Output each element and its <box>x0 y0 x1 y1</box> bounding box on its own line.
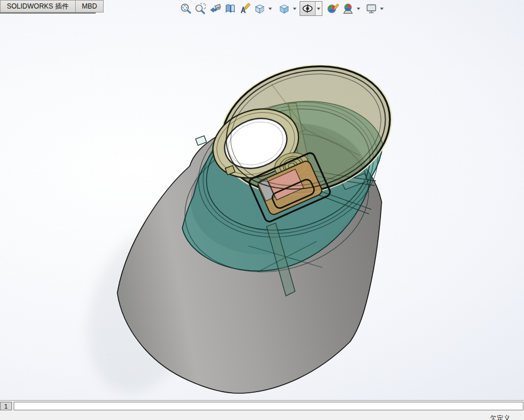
view-settings-group <box>364 1 385 16</box>
tabbar-underline <box>0 13 96 14</box>
hide-show-annotations-icon <box>239 2 251 15</box>
heads-up-view-toolbar <box>178 1 385 16</box>
status-under-defined: 欠定义 <box>490 414 510 420</box>
display-style-button[interactable] <box>277 1 292 16</box>
hide-show-items-dropdown[interactable] <box>315 2 322 15</box>
display-style-icon <box>278 2 290 15</box>
graphics-area[interactable] <box>0 0 524 400</box>
tab-mbd[interactable]: MBD <box>75 0 104 13</box>
apply-scene-dropdown[interactable] <box>355 1 362 16</box>
display-style-group <box>277 1 298 16</box>
previous-view-group <box>208 1 223 16</box>
edit-appearance-icon <box>326 2 339 15</box>
apply-scene-group <box>341 1 362 16</box>
view-settings-button[interactable] <box>364 1 379 16</box>
tab-mbd-label: MBD <box>82 2 97 10</box>
command-manager-tabs: SOLIDWORKS 插件 MBD <box>0 0 104 13</box>
3d-model-cylindrical-assembly[interactable] <box>0 0 524 400</box>
edit-appearance-button[interactable] <box>325 1 340 16</box>
zoom-to-fit-button[interactable] <box>178 1 193 16</box>
apply-scene-icon <box>342 2 354 15</box>
display-style-dropdown[interactable] <box>292 1 298 16</box>
apply-scene-button[interactable] <box>341 1 355 16</box>
hide-show-annotations-button[interactable] <box>238 1 252 16</box>
zoom-to-fit-icon <box>179 2 192 15</box>
hide-show-annotations-group <box>238 1 252 16</box>
view-orientation-icon <box>253 2 266 15</box>
view-settings-icon <box>365 2 378 15</box>
bottom-input-field[interactable] <box>14 402 523 410</box>
sheet-tab-1-label: 1 <box>4 403 7 410</box>
hide-show-items-group <box>300 1 322 16</box>
status-bar: 欠定义 <box>0 411 524 420</box>
view-orientation-dropdown[interactable] <box>267 1 273 16</box>
zoom-to-area-group <box>193 1 208 16</box>
zoom-to-area-button[interactable] <box>193 1 208 16</box>
tab-solidworks-addins-label: SOLIDWORKS 插件 <box>7 2 69 11</box>
tab-solidworks-addins[interactable]: SOLIDWORKS 插件 <box>0 0 75 13</box>
view-orientation-button[interactable] <box>252 1 267 16</box>
previous-view-icon <box>209 2 222 15</box>
bottom-bar: 1 <box>0 400 524 411</box>
view-orientation-group <box>252 1 273 16</box>
section-view-button[interactable] <box>223 1 238 16</box>
hide-show-items-icon <box>301 2 314 15</box>
view-settings-dropdown[interactable] <box>379 1 385 16</box>
zoom-to-fit-group <box>178 1 193 16</box>
section-view-group <box>223 1 238 16</box>
zoom-to-area-icon <box>194 2 207 15</box>
hide-show-items-button[interactable] <box>300 1 315 16</box>
sheet-tab-1[interactable]: 1 <box>0 402 12 410</box>
edit-appearance-group <box>325 1 340 16</box>
previous-view-button[interactable] <box>208 1 223 16</box>
section-view-icon <box>224 2 236 15</box>
